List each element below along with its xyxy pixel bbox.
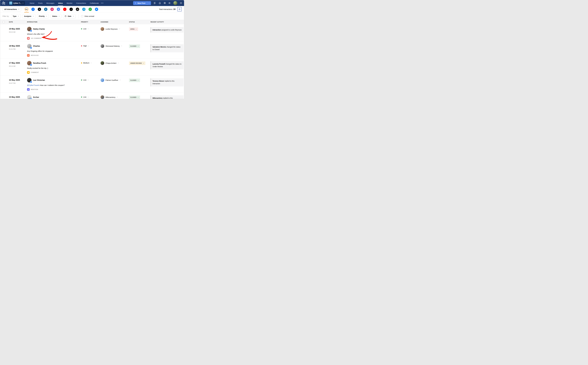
status-dropdown[interactable]: OPEN [129,27,138,31]
tab-bluesky[interactable] [95,6,98,13]
facebook-badge-icon: f [30,98,32,99]
interaction-row[interactable]: 15 May 2025 02:59 PM f Archer Low Mikesa… [0,92,184,99]
view-unread-checkbox[interactable] [81,15,83,17]
priority-dropdown[interactable]: Low [79,92,99,99]
more-menu-icon[interactable] [101,2,104,4]
google-icon: G [57,8,60,11]
notifications-bell-icon[interactable] [159,2,161,4]
tab-youtube[interactable] [63,6,66,13]
interaction-type-label: MENTION [31,89,38,90]
tab-linkedin-company[interactable] [44,6,47,13]
interaction-message: @ZylkerTravels How can I redeem this cou… [27,84,79,86]
interaction-row[interactable]: 16 May 2025 03:47 PM f Leo Victorian @Zy… [0,75,184,92]
chevron-down-icon [88,45,89,47]
interaction-date: 15 May 2025 [9,96,27,98]
tab-tiktok[interactable] [70,6,73,13]
tiktok-icon [70,8,73,11]
interaction-row[interactable]: 17 May 2025 08:14 AM f Serafina Fresh Re… [0,58,184,75]
nav-item-inbox[interactable]: Inbox [56,0,65,6]
chevron-down-icon [18,15,19,17]
assignee-dropdown[interactable]: Palmer Kueffner [99,75,128,92]
chevron-down-icon [33,15,34,17]
chevron-down-icon [87,79,89,81]
settings-gear-icon[interactable]: ⚙ [164,2,166,5]
status-dropdown[interactable]: CLOSED [129,44,140,48]
interaction-time: 03:47 PM [9,82,27,84]
filter-priority-label: Priority [39,15,45,17]
interactions-type-label: All Interactions [4,8,17,10]
assignee-dropdown[interactable]: Sherwood Matney [99,41,128,58]
customer-avatar: f [27,95,32,99]
priority-dropdown[interactable]: Low [79,75,99,92]
tab-x[interactable]: X [38,6,41,13]
filter-type-dropdown[interactable]: Type [11,14,21,18]
assignee-dropdown[interactable]: Chaya Amlani [99,58,128,75]
tab-google[interactable]: G [57,6,60,13]
status-label: CLOSED [130,79,136,81]
activity-feed-icon[interactable] [154,2,156,4]
view-unread-toggle[interactable]: View unread [81,15,94,17]
nav-item-monitor[interactable]: Monitor [65,0,74,6]
chevron-down-icon [135,28,137,30]
zylker-travels-logo: Zylker Travels [9,1,12,5]
assignee-name: Lezlie Reynozo [105,28,118,30]
tab-whatsapp[interactable] [89,6,92,13]
network-filter-bar: All Interactions ALL f X [0,6,184,13]
assignee-dropdown[interactable]: Lezlie Reynozo [99,24,128,41]
nav-item-connections[interactable]: Connections [74,0,88,6]
interactions-type-dropdown[interactable]: All Interactions [2,7,21,11]
filter-date-dropdown[interactable]: Date [63,14,76,18]
customer-avatar: f [27,27,32,31]
filter-assignee-dropdown[interactable]: Assignee [22,14,35,18]
assignee-name: Sherwood Matney [105,45,120,47]
assignee-avatar [101,95,104,99]
chevron-down-icon [117,96,118,98]
interaction-row[interactable]: 19 May 2025 09:23 AM f Hailey Clarke Whe… [0,24,184,41]
filter-date-label: Date [68,15,71,17]
chevron-down-icon [119,28,120,29]
status-dropdown[interactable]: CLOSED [129,96,140,99]
user-avatar[interactable] [173,1,177,5]
chevron-down-icon [138,80,139,81]
recent-activity: Salvatore Mennis changed the status to C… [151,44,184,52]
status-dropdown[interactable]: UNDER REVIEW [129,62,145,65]
envelope-icon [27,54,30,57]
nav-item-messages[interactable]: Messages [44,0,56,6]
tab-telegram[interactable] [82,6,85,13]
priority-label: Medium [83,62,89,64]
status-dropdown[interactable]: CLOSED [129,78,140,82]
interaction-message: Any Ongoing offers for singapore [27,50,79,52]
nav-item-collaborate[interactable]: Collaborate [88,0,101,6]
priority-dropdown[interactable]: High [79,41,99,58]
filter-status-dropdown[interactable]: Status [50,14,61,18]
mention-handle-link[interactable]: @ZylkerTravels [27,84,39,86]
tab-all-networks[interactable]: ALL [25,6,28,13]
brand-selector[interactable]: Zylker Travels Zylker T... [9,1,25,5]
assignee-name: Chaya Amlani [105,62,116,64]
zoho-social-logo-icon[interactable] [2,1,6,5]
inbox-settings-button[interactable]: ⚙ [177,7,182,11]
new-post-button[interactable]: New Post [133,1,151,5]
announcements-megaphone-icon[interactable] [168,2,171,4]
tab-instagram[interactable] [50,6,54,13]
priority-label: High [83,45,87,47]
chat-bubble-icon [27,37,30,40]
facebook-badge-icon: f [30,64,32,66]
customer-avatar: f [27,44,32,48]
assignee-dropdown[interactable]: Mikesantony [99,92,128,99]
filter-assignee-label: Assignee [24,15,31,17]
tab-facebook[interactable]: f [31,6,35,13]
priority-dropdown[interactable]: Medium [79,58,99,75]
header-recent-activity: RECENT ACTIVITY [150,21,184,23]
tab-threads[interactable]: @ [76,6,79,13]
nav-item-posts[interactable]: Posts [36,0,44,6]
interaction-row[interactable]: 18 May 2025 01:31 PM f Charles Any Ongoi… [0,41,184,58]
apps-grid-icon[interactable] [180,2,182,4]
filter-priority-dropdown[interactable]: Priority [37,14,49,18]
brand-name: Zylker T... [13,2,21,4]
header-priority: PRIORITY [79,21,99,23]
nav-item-home[interactable]: Home [28,0,36,6]
priority-dropdown[interactable]: Low [79,24,99,41]
new-post-dropdown[interactable] [147,1,151,5]
select-all-checkbox[interactable] [3,21,5,23]
